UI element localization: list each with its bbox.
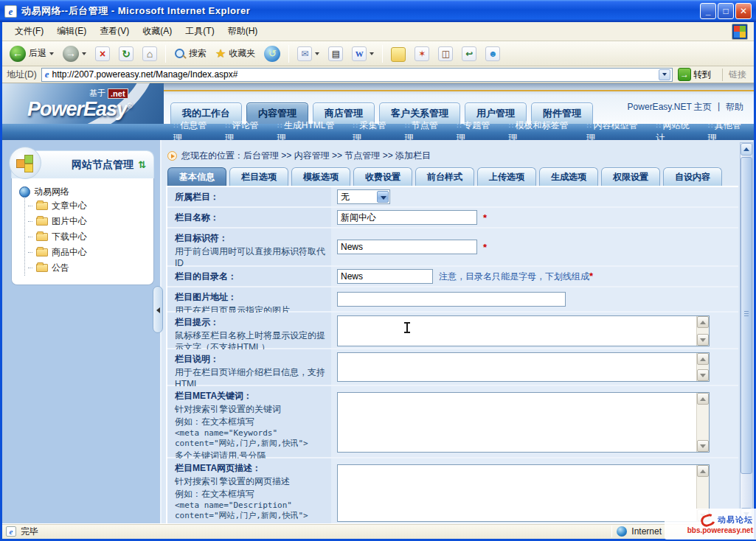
scroll-up-button[interactable] <box>697 316 709 328</box>
edit-button[interactable]: W <box>349 45 377 63</box>
field-label: 栏目图片地址： <box>175 292 237 302</box>
go-button[interactable]: → 转到 <box>676 67 713 82</box>
messenger-button[interactable]: ☻ <box>482 45 503 63</box>
home-button[interactable]: ⌂ <box>139 45 160 63</box>
required-mark: * <box>483 212 487 223</box>
tab-frontend-style[interactable]: 前台样式 <box>415 167 474 186</box>
chevron-up-icon <box>700 397 706 401</box>
field-description: 针对搜索引擎设置的关键词 <box>175 403 327 415</box>
scroll-up-button[interactable] <box>697 353 709 365</box>
stop-icon: × <box>95 46 110 61</box>
scroll-up-button[interactable] <box>697 393 709 405</box>
scroll-down-button[interactable] <box>697 334 709 346</box>
tree-item-announcement[interactable]: 公告 <box>28 260 149 276</box>
textarea-scrollbar[interactable] <box>696 316 709 346</box>
mail-button[interactable]: ✉ <box>294 45 322 63</box>
media-icon: ✶ <box>415 46 429 61</box>
standard-toolbar: ← 后退 → × ↻ ⌂ 搜索 ★ 收藏夹 ↺ ✉ ▤ W <box>2 41 754 66</box>
column-tooltip-textarea[interactable] <box>337 315 710 346</box>
browser-window: e 动易网络--后台管理 - Microsoft Internet Explor… <box>0 0 756 541</box>
scrollbar-thumb[interactable] <box>741 157 752 474</box>
menu-view[interactable]: 查看(V) <box>93 23 136 40</box>
scroll-down-button[interactable] <box>697 369 709 381</box>
minimize-button[interactable]: _ <box>700 3 716 19</box>
tree-item-product-center[interactable]: 商品中心 <box>28 245 149 260</box>
folder-icon <box>36 202 48 210</box>
tab-generation-options[interactable]: 生成选项 <box>539 167 598 186</box>
form-row-column-identifier: 栏目标识符： 用于前台调用时可以直接用标识符取代ID * <box>167 228 738 267</box>
form-row-column-description: 栏目说明： 用于在栏目页详细介绍栏目信息，支持HTML <box>167 349 738 386</box>
tree-item-download-center[interactable]: 下载中心 <box>28 229 149 245</box>
textarea-scrollbar[interactable] <box>696 353 709 381</box>
scroll-up-button[interactable] <box>697 465 709 477</box>
mail-dropdown-icon <box>315 52 319 55</box>
chevron-up-icon <box>700 470 706 473</box>
help-link[interactable]: 帮助 <box>726 101 743 114</box>
history-button[interactable]: ↺ <box>261 44 283 63</box>
refresh-tree-icon[interactable]: ⇅ <box>138 159 146 170</box>
meta-keywords-textarea[interactable] <box>337 392 710 453</box>
homepage-link[interactable]: PowerEasy.NET 主页 <box>628 101 712 114</box>
close-button[interactable]: ✕ <box>735 3 752 19</box>
media-button[interactable]: ✶ <box>412 45 432 63</box>
favorites-button[interactable]: ★ 收藏夹 <box>212 45 258 62</box>
tree-item-image-center[interactable]: 图片中心 <box>28 214 149 229</box>
research-button[interactable]: ◫ <box>435 45 456 63</box>
header-gold-line <box>150 90 754 91</box>
menu-edit[interactable]: 编辑(E) <box>50 23 93 40</box>
tree-item-label: 商品中心 <box>52 246 87 259</box>
brand-prefix: 基于 <box>89 88 105 99</box>
address-dropdown-button[interactable] <box>659 69 670 80</box>
maximize-button[interactable]: □ <box>718 3 734 19</box>
search-button[interactable]: 搜索 <box>171 46 209 61</box>
stop-button[interactable]: × <box>92 45 113 63</box>
status-bar: e 完毕 Internet <box>0 523 756 541</box>
forward-button[interactable]: → <box>60 44 89 63</box>
frame-scrollbar[interactable] <box>740 142 753 521</box>
print-button[interactable]: ▤ <box>325 45 346 63</box>
refresh-button[interactable]: ↻ <box>116 45 136 63</box>
menu-favorites[interactable]: 收藏(A) <box>136 23 178 40</box>
back-button[interactable]: ← 后退 <box>7 44 57 63</box>
select-dropdown-icon <box>377 191 389 203</box>
title-bar: e 动易网络--后台管理 - Microsoft Internet Explor… <box>0 0 756 22</box>
links-button[interactable]: 链接 <box>722 69 746 81</box>
field-description: 用于前台调用时可以直接用标识符取代ID <box>175 245 327 269</box>
breadcrumb: 您现在的位置：后台管理 >> 内容管理 >> 节点管理 >> 添加栏目 <box>166 140 738 165</box>
meta-description-textarea[interactable] <box>337 464 710 522</box>
toolbar-separator <box>288 45 289 63</box>
address-bar: 地址(D) e http://2007.powereasy.net/Manage… <box>2 66 754 83</box>
scrollbar-up-button[interactable] <box>741 143 752 156</box>
tab-template-options[interactable]: 模板选项 <box>291 167 350 186</box>
column-image-url-input[interactable] <box>337 292 566 307</box>
column-identifier-input[interactable] <box>337 240 477 254</box>
textarea-scrollbar[interactable] <box>696 393 709 452</box>
form-row-column-name: 栏目名称： * <box>167 208 738 228</box>
directory-name-input[interactable] <box>337 269 433 284</box>
sticky-note-button[interactable] <box>388 43 409 63</box>
back-label: 后退 <box>29 47 46 60</box>
menu-help[interactable]: 帮助(H) <box>221 23 265 40</box>
sidebar-title: 网站节点管理 <box>72 158 133 172</box>
tab-column-options[interactable]: 栏目选项 <box>229 167 288 186</box>
tab-permission-settings[interactable]: 权限设置 <box>601 167 660 186</box>
field-label: 栏目说明： <box>175 354 219 364</box>
tab-fee-settings[interactable]: 收费设置 <box>353 167 412 186</box>
tab-basic-info[interactable]: 基本信息 <box>167 167 226 186</box>
tree-root-node[interactable]: 动易网络 <box>19 186 149 198</box>
parent-column-select[interactable]: 无 <box>337 189 390 204</box>
address-input[interactable]: e http://2007.powereasy.net/Manage/Index… <box>41 68 673 82</box>
sidebar-collapse-handle[interactable] <box>153 286 163 333</box>
column-description-textarea[interactable] <box>337 352 710 382</box>
watermark-url: bbs.powereasy.net <box>687 526 753 534</box>
tab-custom-content[interactable]: 自设内容 <box>663 167 722 186</box>
tab-upload-options[interactable]: 上传选项 <box>477 167 536 186</box>
form-row-column-tooltip: 栏目提示： 鼠标移至栏目名称上时将显示设定的提示文字（不支持HTML） <box>167 313 738 349</box>
tree-item-label: 下载中心 <box>52 231 87 243</box>
scroll-down-button[interactable] <box>697 440 709 452</box>
menu-tools[interactable]: 工具(T) <box>178 23 221 40</box>
tree-item-article-center[interactable]: 文章中心 <box>28 198 149 214</box>
journal-button[interactable]: ↩ <box>459 45 479 63</box>
menu-file[interactable]: 文件(F) <box>8 23 50 40</box>
column-name-input[interactable] <box>337 210 477 225</box>
